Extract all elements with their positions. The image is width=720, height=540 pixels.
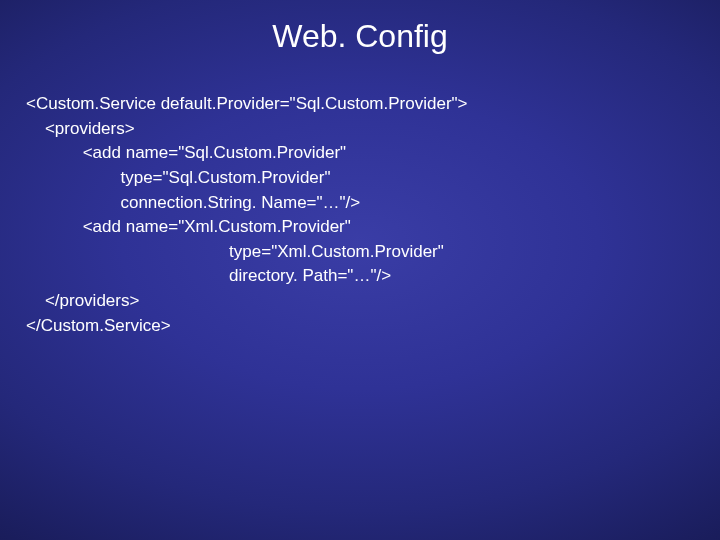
code-line: <add name="Sql.Custom.Provider"	[26, 143, 346, 162]
slide-title: Web. Config	[0, 18, 720, 55]
code-line: <add name="Xml.Custom.Provider"	[26, 217, 351, 236]
code-line: <Custom.Service default.Provider="Sql.Cu…	[26, 94, 468, 113]
code-line: type="Xml.Custom.Provider"	[26, 242, 444, 261]
code-line: <providers>	[26, 119, 135, 138]
code-line: </Custom.Service>	[26, 316, 171, 335]
code-line: connection.String. Name="…"/>	[26, 193, 360, 212]
code-line: type="Sql.Custom.Provider"	[26, 168, 330, 187]
code-line: </providers>	[26, 291, 139, 310]
code-line: directory. Path="…"/>	[26, 266, 391, 285]
slide: Web. Config <Custom.Service default.Prov…	[0, 0, 720, 540]
code-block: <Custom.Service default.Provider="Sql.Cu…	[26, 92, 694, 338]
